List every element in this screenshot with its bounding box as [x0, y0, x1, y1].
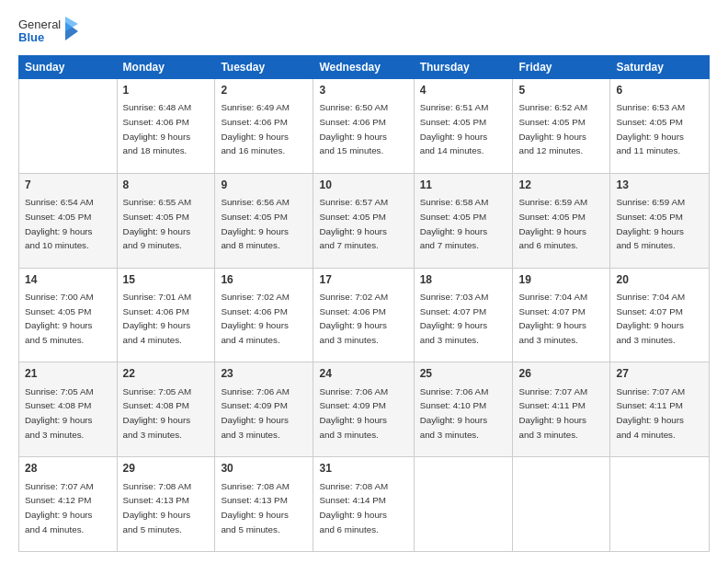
calendar-cell: 9Sunrise: 6:56 AM Sunset: 4:05 PM Daylig… [215, 173, 313, 268]
calendar-cell [610, 457, 710, 552]
day-info: Sunrise: 7:07 AM Sunset: 4:11 PM Dayligh… [616, 386, 685, 440]
day-info: Sunrise: 6:52 AM Sunset: 4:05 PM Dayligh… [518, 102, 587, 155]
calendar-cell: 21Sunrise: 7:05 AM Sunset: 4:08 PM Dayli… [19, 362, 118, 457]
calendar-cell: 19Sunrise: 7:04 AM Sunset: 4:07 PM Dayli… [513, 268, 610, 362]
day-info: Sunrise: 6:55 AM Sunset: 4:05 PM Dayligh… [123, 197, 192, 250]
day-number: 3 [319, 83, 407, 98]
calendar-cell: 3Sunrise: 6:50 AM Sunset: 4:06 PM Daylig… [313, 79, 414, 174]
calendar-cell: 10Sunrise: 6:57 AM Sunset: 4:05 PM Dayli… [313, 173, 414, 268]
day-info: Sunrise: 7:00 AM Sunset: 4:05 PM Dayligh… [25, 292, 94, 345]
calendar-cell: 4Sunrise: 6:51 AM Sunset: 4:05 PM Daylig… [414, 79, 513, 174]
day-number: 16 [221, 272, 307, 288]
calendar-cell: 14Sunrise: 7:00 AM Sunset: 4:05 PM Dayli… [19, 268, 118, 362]
day-number: 23 [221, 366, 307, 382]
calendar-cell: 5Sunrise: 6:52 AM Sunset: 4:05 PM Daylig… [513, 79, 610, 174]
day-info: Sunrise: 6:57 AM Sunset: 4:05 PM Dayligh… [319, 197, 388, 250]
day-info: Sunrise: 6:49 AM Sunset: 4:06 PM Dayligh… [221, 102, 290, 155]
calendar-cell: 7Sunrise: 6:54 AM Sunset: 4:05 PM Daylig… [19, 173, 118, 268]
day-info: Sunrise: 6:48 AM Sunset: 4:06 PM Dayligh… [123, 102, 192, 155]
weekday-header-row: SundayMondayTuesdayWednesdayThursdayFrid… [19, 56, 710, 79]
day-info: Sunrise: 6:54 AM Sunset: 4:05 PM Dayligh… [25, 197, 94, 250]
day-info: Sunrise: 7:05 AM Sunset: 4:08 PM Dayligh… [123, 386, 192, 440]
day-info: Sunrise: 7:05 AM Sunset: 4:08 PM Dayligh… [25, 386, 94, 440]
day-info: Sunrise: 7:06 AM Sunset: 4:09 PM Dayligh… [221, 386, 290, 440]
calendar-cell: 22Sunrise: 7:05 AM Sunset: 4:08 PM Dayli… [117, 362, 215, 457]
calendar-cell: 30Sunrise: 7:08 AM Sunset: 4:13 PM Dayli… [215, 457, 313, 552]
calendar-page: General Blue SundayMondayTuesdayWednesda… [0, 0, 728, 563]
weekday-header-wednesday: Wednesday [313, 56, 414, 79]
day-info: Sunrise: 6:56 AM Sunset: 4:05 PM Dayligh… [221, 197, 290, 250]
calendar-cell: 18Sunrise: 7:03 AM Sunset: 4:07 PM Dayli… [414, 268, 513, 362]
calendar-cell: 11Sunrise: 6:58 AM Sunset: 4:05 PM Dayli… [414, 173, 513, 268]
day-number: 19 [518, 272, 604, 288]
calendar-cell: 25Sunrise: 7:06 AM Sunset: 4:10 PM Dayli… [414, 362, 513, 457]
day-number: 25 [420, 366, 507, 382]
day-number: 5 [518, 83, 604, 98]
day-number: 18 [420, 272, 507, 288]
day-number: 21 [25, 366, 111, 382]
day-info: Sunrise: 6:50 AM Sunset: 4:06 PM Dayligh… [319, 102, 388, 155]
day-number: 22 [123, 366, 210, 382]
logo-general: General [18, 18, 61, 31]
day-number: 27 [616, 366, 703, 382]
day-number: 1 [123, 83, 210, 98]
calendar-cell: 26Sunrise: 7:07 AM Sunset: 4:11 PM Dayli… [513, 362, 610, 457]
calendar-cell: 15Sunrise: 7:01 AM Sunset: 4:06 PM Dayli… [117, 268, 215, 362]
calendar-cell: 6Sunrise: 6:53 AM Sunset: 4:05 PM Daylig… [610, 79, 710, 174]
day-info: Sunrise: 6:58 AM Sunset: 4:05 PM Dayligh… [420, 197, 489, 250]
calendar-cell [19, 79, 118, 174]
day-info: Sunrise: 7:07 AM Sunset: 4:11 PM Dayligh… [518, 386, 587, 440]
calendar-cell: 23Sunrise: 7:06 AM Sunset: 4:09 PM Dayli… [215, 362, 313, 457]
day-info: Sunrise: 7:06 AM Sunset: 4:10 PM Dayligh… [420, 386, 489, 440]
day-number: 20 [616, 272, 703, 288]
weekday-header-tuesday: Tuesday [215, 56, 313, 79]
day-number: 24 [319, 366, 407, 382]
day-info: Sunrise: 7:01 AM Sunset: 4:06 PM Dayligh… [123, 292, 192, 345]
weekday-header-friday: Friday [513, 56, 610, 79]
day-info: Sunrise: 6:51 AM Sunset: 4:05 PM Dayligh… [420, 102, 489, 155]
calendar-cell: 29Sunrise: 7:08 AM Sunset: 4:13 PM Dayli… [117, 457, 215, 552]
logo-chevron-icon [63, 17, 80, 46]
logo-blue: Blue [18, 31, 61, 44]
calendar-cell [414, 457, 513, 552]
day-number: 29 [123, 461, 210, 477]
day-number: 31 [319, 461, 407, 477]
day-info: Sunrise: 7:07 AM Sunset: 4:12 PM Dayligh… [25, 481, 94, 534]
calendar-cell: 1Sunrise: 6:48 AM Sunset: 4:06 PM Daylig… [117, 79, 215, 174]
calendar-cell: 24Sunrise: 7:06 AM Sunset: 4:09 PM Dayli… [313, 362, 414, 457]
calendar-cell: 20Sunrise: 7:04 AM Sunset: 4:07 PM Dayli… [610, 268, 710, 362]
week-row-4: 21Sunrise: 7:05 AM Sunset: 4:08 PM Dayli… [19, 362, 710, 457]
logo-left: General Blue [18, 18, 61, 45]
day-number: 13 [616, 178, 703, 193]
weekday-header-monday: Monday [117, 56, 215, 79]
calendar-cell: 27Sunrise: 7:07 AM Sunset: 4:11 PM Dayli… [610, 362, 710, 457]
calendar-cell: 13Sunrise: 6:59 AM Sunset: 4:05 PM Dayli… [610, 173, 710, 268]
day-number: 9 [221, 178, 307, 193]
calendar-cell [513, 457, 610, 552]
week-row-3: 14Sunrise: 7:00 AM Sunset: 4:05 PM Dayli… [19, 268, 710, 362]
day-number: 26 [518, 366, 604, 382]
day-info: Sunrise: 6:53 AM Sunset: 4:05 PM Dayligh… [616, 102, 685, 155]
calendar-cell: 2Sunrise: 6:49 AM Sunset: 4:06 PM Daylig… [215, 79, 313, 174]
page-header: General Blue [18, 17, 710, 46]
day-info: Sunrise: 7:04 AM Sunset: 4:07 PM Dayligh… [616, 292, 685, 345]
week-row-5: 28Sunrise: 7:07 AM Sunset: 4:12 PM Dayli… [19, 457, 710, 552]
day-number: 12 [518, 178, 604, 193]
day-number: 2 [221, 83, 307, 98]
calendar-cell: 16Sunrise: 7:02 AM Sunset: 4:06 PM Dayli… [215, 268, 313, 362]
day-number: 30 [221, 461, 307, 477]
calendar-cell: 8Sunrise: 6:55 AM Sunset: 4:05 PM Daylig… [117, 173, 215, 268]
day-number: 7 [25, 178, 111, 193]
calendar-cell: 28Sunrise: 7:07 AM Sunset: 4:12 PM Dayli… [19, 457, 118, 552]
day-info: Sunrise: 7:08 AM Sunset: 4:13 PM Dayligh… [221, 481, 290, 534]
day-number: 8 [123, 178, 210, 193]
day-number: 17 [319, 272, 407, 288]
calendar-cell: 31Sunrise: 7:08 AM Sunset: 4:14 PM Dayli… [313, 457, 414, 552]
calendar-table: SundayMondayTuesdayWednesdayThursdayFrid… [18, 55, 710, 552]
calendar-cell: 17Sunrise: 7:02 AM Sunset: 4:06 PM Dayli… [313, 268, 414, 362]
weekday-header-thursday: Thursday [414, 56, 513, 79]
weekday-header-saturday: Saturday [610, 56, 710, 79]
day-info: Sunrise: 7:02 AM Sunset: 4:06 PM Dayligh… [319, 292, 388, 345]
day-number: 11 [420, 178, 507, 193]
logo-text: General Blue [18, 17, 80, 46]
